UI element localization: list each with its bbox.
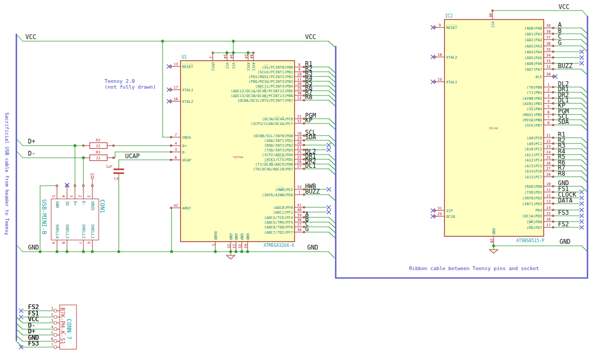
net-label-sda: SDA — [558, 118, 569, 126]
ic2-pin-number: 27 — [546, 167, 551, 171]
u1-pin-name: (PDI/MOSI/PCINT2)PB2 — [249, 75, 293, 79]
junction-dot — [234, 250, 237, 253]
bus-entry — [581, 98, 587, 104]
junction-dot — [247, 51, 249, 54]
net-label-sda: SDA — [305, 133, 316, 141]
ic2-pin-name: (W̅R̅)PD6 — [526, 219, 542, 224]
u1-pin-name: GND — [229, 233, 233, 240]
ic2-pin-name: (INT0)PD2 — [522, 196, 542, 200]
bus-entry — [581, 171, 587, 177]
ic2-pin-name: (A13)PC5 — [524, 164, 542, 168]
u1-pin-name: (SDA/INT1)PD1 — [264, 139, 293, 143]
conn7-pin-circle — [54, 346, 57, 349]
net-label-gnd: GND — [560, 238, 571, 245]
capacitor-c4-plate[interactable] — [113, 173, 124, 174]
junction-dot — [73, 144, 76, 147]
net-label-fs3: FS3 — [558, 209, 569, 216]
bus-entry — [329, 95, 335, 101]
u1-pin-name: (SCLK/PCINT1)PB1 — [258, 70, 293, 74]
u1-pin-number: 31 — [297, 114, 301, 119]
con1-pin-name: D+ — [73, 201, 78, 206]
u1-pin-name: R̅E̅S̅E̅T̅ — [182, 64, 194, 69]
comment-ribbon-cable: Ribbon cable between Teensy pins and soc… — [409, 265, 539, 271]
u1-pin-number: 22 — [297, 155, 301, 159]
u1-pin-name: AVCC — [251, 62, 255, 71]
ic2-pin-number: 8 — [547, 121, 549, 125]
conn7-pin-circle — [54, 328, 57, 331]
con1-pin-name: SHELL1 — [90, 224, 95, 238]
resistor-reference: R2 — [96, 138, 100, 142]
u1-pin-name: (ADC11/PCINT4)PB4 — [255, 84, 293, 89]
junction-dot — [91, 250, 93, 253]
u1-pin-number: 24 — [244, 54, 248, 59]
net-label-vcc: VCC — [305, 33, 316, 41]
ic2-pin-name: (A11)PC3 — [524, 153, 542, 157]
u1-pin-name: GND — [240, 233, 244, 240]
bus-entry — [581, 109, 587, 114]
u1-pin-number: 26 — [297, 160, 301, 164]
ic2-pin-name: (RXD)PD0 — [524, 185, 542, 189]
bus-entry — [329, 222, 335, 228]
bus-entry — [329, 91, 335, 97]
u1-pin-number: 36 — [297, 228, 301, 232]
junction-dot — [117, 250, 120, 253]
con1-pin-number: 6 — [87, 242, 91, 244]
u1-pin-number: 42 — [174, 204, 178, 208]
ground-symbol — [226, 255, 235, 259]
ic2-pin-name: (AD1)PA1 — [524, 32, 542, 36]
ic2-pin-number: 6 — [547, 110, 549, 114]
conn7-value: B7K-PH-K-S1 — [60, 308, 66, 344]
ic2-pin-number: 36 — [546, 42, 551, 46]
bus-entry — [581, 92, 587, 98]
u1-pin-number: 11 — [297, 77, 301, 81]
net-label-ucap: UCAP — [125, 152, 140, 160]
wire — [16, 139, 23, 146]
u1-pin-number: 30 — [297, 91, 301, 95]
con1-pin-number: 7 — [78, 242, 82, 244]
u1-pin-name: AVCC — [246, 62, 250, 71]
con1-pin-number: 8 — [61, 242, 65, 244]
ic2-pin-number: 20 — [489, 238, 494, 243]
ic2-pin-number: 22 — [546, 139, 551, 143]
bus-entry — [329, 123, 335, 129]
net-label-d-: D- — [28, 150, 35, 157]
ic2-pin-name: (AIN0)PB2 — [522, 97, 542, 101]
bus-entry — [581, 114, 587, 120]
ic2-pin-number: 10 — [546, 182, 551, 186]
u1-pin-name: (T1/O̅C̅4̅D̅/ADC9)PD6 — [255, 161, 293, 166]
con1-reference: CON1 — [99, 199, 106, 214]
u1-pin-number: 9 — [298, 68, 300, 72]
ic2-pin-name: (AD3)PA3 — [524, 44, 542, 49]
u1-pin-number: 32 — [297, 119, 301, 123]
bus-entry — [329, 217, 335, 223]
bus-entry — [581, 34, 587, 40]
con1-pin-name: SHELL3 — [65, 224, 70, 238]
ground-symbol — [489, 250, 498, 253]
comment-teensy-line2: (not fully drawn) — [105, 84, 156, 90]
u1-pin-name: D+ — [182, 144, 186, 148]
con1-pin-number: 5 — [51, 195, 55, 197]
capacitor-c4-plate[interactable] — [113, 169, 124, 170]
net-label-fs2: FS2 — [558, 221, 569, 228]
ic2-pin-number: 19 — [438, 78, 442, 82]
bus-entry — [581, 177, 587, 183]
net-label-gnd: GND — [28, 244, 39, 251]
u1-pin-number: 16 — [174, 97, 178, 101]
bus-entry — [581, 103, 587, 109]
conn7-pin-circle — [54, 315, 57, 319]
ic2-pin-number: 34 — [546, 53, 551, 58]
wire — [582, 246, 587, 252]
u1-pin-number: 1 — [298, 190, 300, 195]
resistor-value: 22 — [96, 144, 100, 148]
bus-entry — [329, 169, 335, 175]
junction-dot — [232, 51, 234, 54]
wire — [328, 252, 335, 258]
ic2-pin-number: 11 — [546, 188, 551, 192]
bus-entry — [329, 136, 335, 141]
bus-entry — [16, 323, 23, 329]
bus-entry — [16, 336, 23, 341]
junction-dot — [225, 51, 228, 54]
ic2-pin-number: 15 — [546, 212, 551, 216]
conn7-pin-number: 4 — [51, 325, 53, 329]
ic2-pin-number: 30 — [546, 72, 551, 76]
